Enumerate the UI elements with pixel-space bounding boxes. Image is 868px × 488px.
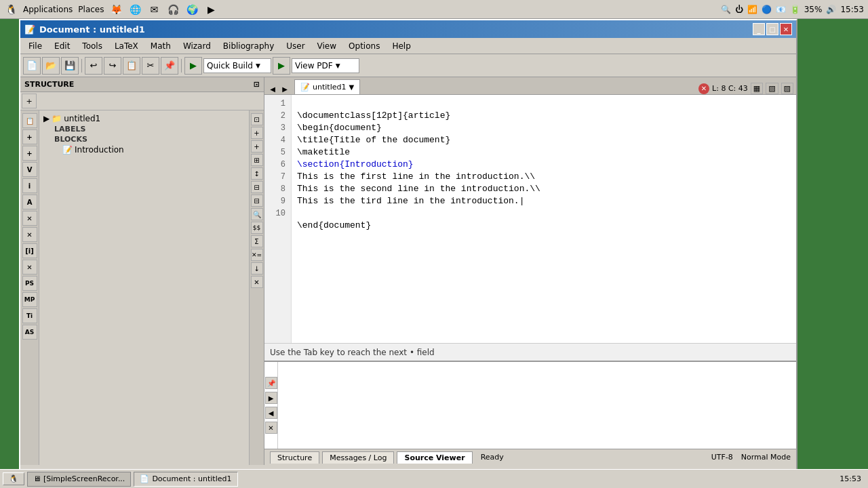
network-icon[interactable]: 📶 bbox=[747, 5, 757, 14]
struct-icon-v[interactable]: V bbox=[22, 162, 37, 177]
menu-edit[interactable]: Edit bbox=[49, 40, 75, 52]
right-btn-sum[interactable]: Σ bbox=[251, 235, 263, 247]
browser-icon[interactable]: 🌐 bbox=[128, 3, 142, 16]
structure-toolbar: + bbox=[20, 92, 264, 110]
menu-math[interactable]: Math bbox=[145, 40, 176, 52]
right-btn-dollar[interactable]: $$ bbox=[251, 222, 263, 234]
right-btn-down[interactable]: ↓ bbox=[251, 262, 263, 274]
menu-options[interactable]: Options bbox=[343, 40, 385, 52]
struct-icon-bracket[interactable]: [i] bbox=[22, 243, 37, 258]
maximize-button[interactable]: □ bbox=[766, 23, 778, 35]
struct-icon-as[interactable]: AS bbox=[22, 325, 37, 340]
open-button[interactable]: 📂 bbox=[42, 57, 60, 75]
tree-children: LABELS BLOCKS 📝 Introduction bbox=[53, 124, 246, 155]
line-num-1: 1 bbox=[264, 98, 288, 110]
bottom-arrow-left[interactable]: ◀ bbox=[265, 407, 277, 419]
struct-add-button[interactable]: + bbox=[22, 94, 37, 108]
close-button[interactable]: ✕ bbox=[780, 23, 792, 35]
struct-icon-x3[interactable]: ✕ bbox=[22, 260, 37, 274]
menu-view[interactable]: View bbox=[312, 40, 342, 52]
tree-labels-item[interactable]: LABELS bbox=[53, 124, 246, 134]
right-btn-up[interactable]: ⊡ bbox=[251, 113, 263, 125]
close-tab-btn[interactable]: ✕ bbox=[698, 83, 709, 94]
right-btn-move[interactable]: ↕ bbox=[251, 167, 263, 180]
places-menu[interactable]: Places bbox=[78, 5, 104, 14]
bottom-arrow-x[interactable]: ✕ bbox=[265, 422, 277, 434]
right-btn-size[interactable]: ⊞ bbox=[251, 154, 263, 166]
power-icon[interactable]: ⏻ bbox=[735, 5, 743, 14]
struct-icon-mp[interactable]: MP bbox=[22, 292, 37, 307]
applications-menu[interactable]: Applications bbox=[23, 5, 73, 14]
view-pdf-dropdown[interactable]: View PDF ▼ bbox=[292, 58, 359, 73]
struct-icon-x[interactable]: ✕ bbox=[22, 211, 37, 226]
right-btn-x[interactable]: ✕ bbox=[251, 276, 263, 288]
struct-icon-add-mid[interactable]: + bbox=[22, 146, 37, 161]
right-btn-zoom[interactable]: 🔍 bbox=[251, 208, 263, 220]
taskbar-app-document[interactable]: 📄 Document : untitled1 bbox=[134, 472, 237, 487]
tab-nav-left[interactable]: ◀ bbox=[267, 83, 278, 94]
status-tab-messages[interactable]: Messages / Log bbox=[322, 451, 394, 464]
tree-blocks-item[interactable]: BLOCKS bbox=[53, 134, 246, 144]
bottom-arrow-right[interactable]: ▶ bbox=[265, 392, 277, 404]
struct-icon-i[interactable]: i bbox=[22, 178, 37, 193]
tree-section-item[interactable]: 📝 Introduction bbox=[61, 144, 246, 155]
headphone-icon[interactable]: 🎧 bbox=[166, 3, 180, 16]
right-btn-eq[interactable]: ✕= bbox=[251, 249, 263, 261]
tab-close-btn[interactable]: ▼ bbox=[349, 83, 354, 91]
mail-icon[interactable]: 📧 bbox=[776, 5, 786, 14]
quick-build-dropdown[interactable]: Quick Build ▼ bbox=[203, 58, 271, 73]
code-editor[interactable]: 1 2 3 4 5 6 7 8 9 10 \documentclass[12pt… bbox=[264, 95, 796, 343]
struct-icon-add-top[interactable]: + bbox=[22, 129, 37, 144]
menu-bibliography[interactable]: Bibliography bbox=[218, 40, 279, 52]
save-button[interactable]: 💾 bbox=[61, 57, 79, 75]
menu-help[interactable]: Help bbox=[387, 40, 416, 52]
tree-root-item[interactable]: ▶ 📁 untitled1 bbox=[42, 113, 246, 124]
code-content[interactable]: \documentclass[12pt]{article} \begin{doc… bbox=[292, 95, 796, 343]
forward-icon[interactable]: ▶ bbox=[204, 3, 218, 16]
recorder-icon: 🖥 bbox=[33, 474, 41, 483]
undo-button[interactable]: ↩ bbox=[85, 57, 102, 75]
mail-icon-top[interactable]: ✉ bbox=[147, 3, 161, 16]
taskbar-app-recorder[interactable]: 🖥 [SimpleScreenRecor... bbox=[27, 472, 131, 487]
redo-button[interactable]: ↪ bbox=[104, 57, 121, 75]
layout-btn-2[interactable]: ▧ bbox=[766, 83, 778, 94]
minimize-button[interactable]: _ bbox=[753, 23, 765, 35]
menu-user[interactable]: User bbox=[281, 40, 310, 52]
struct-icon-ps[interactable]: PS bbox=[22, 276, 37, 291]
struct-icon-x2[interactable]: ✕ bbox=[22, 227, 37, 242]
layout-btn-3[interactable]: ▨ bbox=[781, 83, 793, 94]
right-btn-row[interactable]: ⊟ bbox=[251, 195, 263, 207]
battery-icon[interactable]: 🔋 bbox=[790, 5, 800, 14]
layout-btn-1[interactable]: ▦ bbox=[751, 83, 763, 94]
menu-latex[interactable]: LaTeX bbox=[109, 40, 144, 52]
line-num-8: 8 bbox=[264, 183, 288, 195]
tab-nav-right[interactable]: ▶ bbox=[279, 83, 290, 94]
right-btn-add-top[interactable]: + bbox=[251, 127, 263, 139]
menu-tools[interactable]: Tools bbox=[77, 40, 108, 52]
paste-button[interactable]: 📌 bbox=[161, 57, 178, 75]
start-button[interactable]: 🐧 bbox=[3, 472, 24, 485]
run-arrow-button[interactable]: ▶ bbox=[273, 57, 290, 75]
editor-tab-untitled1[interactable]: 📝 untitled1 ▼ bbox=[294, 79, 360, 94]
menu-file[interactable]: File bbox=[23, 40, 47, 52]
right-btn-add-mid[interactable]: + bbox=[251, 140, 263, 152]
search-icon-top[interactable]: 🔍 bbox=[721, 5, 731, 14]
globe-icon[interactable]: 🌍 bbox=[185, 3, 199, 16]
firefox-icon[interactable]: 🦊 bbox=[109, 3, 123, 16]
status-tab-source-viewer[interactable]: Source Viewer bbox=[397, 451, 472, 464]
struct-icon-doc[interactable]: 📋 bbox=[22, 113, 37, 128]
menu-wizard[interactable]: Wizard bbox=[178, 40, 216, 52]
right-btn-col[interactable]: ⊟ bbox=[251, 181, 263, 193]
bottom-arrow-pin[interactable]: 📌 bbox=[265, 377, 277, 389]
structure-expand-icon[interactable]: ⊡ bbox=[254, 80, 260, 89]
new-button[interactable]: 📄 bbox=[23, 57, 41, 75]
struct-icon-a[interactable]: A bbox=[22, 195, 37, 209]
bluetooth-icon[interactable]: 🔵 bbox=[762, 5, 772, 14]
copy-button[interactable]: 📋 bbox=[123, 57, 140, 75]
status-tab-structure[interactable]: Structure bbox=[270, 451, 319, 464]
system-icon[interactable]: 🐧 bbox=[4, 3, 18, 16]
run-button[interactable]: ▶ bbox=[184, 57, 202, 75]
struct-icon-ti[interactable]: Ti bbox=[22, 308, 37, 323]
volume-icon[interactable]: 🔊 bbox=[826, 5, 836, 14]
cut-button[interactable]: ✂ bbox=[142, 57, 159, 75]
